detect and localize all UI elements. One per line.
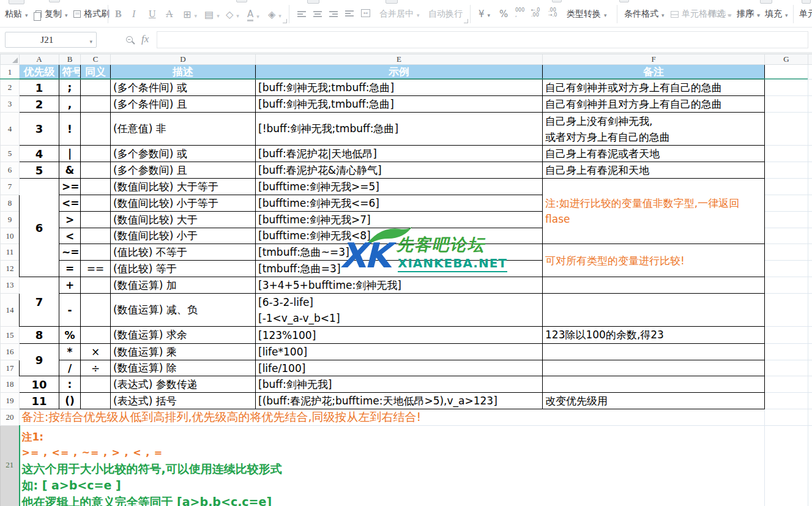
cell-f1[interactable]: 备注: [543, 65, 765, 80]
cell-a5[interactable]: 4: [20, 146, 59, 162]
cell-c12[interactable]: ==: [81, 261, 111, 277]
formula-input[interactable]: [157, 31, 808, 48]
cell-e16[interactable]: [life*100]: [256, 344, 543, 360]
cell-a2[interactable]: 1: [20, 80, 59, 96]
cell-e14[interactable]: [6-3-2-life] [-1<v_a-v_b<1]: [256, 294, 543, 327]
cell-f5[interactable]: 自己身上有春泥或者天地: [543, 146, 765, 162]
cell-f19[interactable]: 改变优先级用: [543, 393, 765, 409]
cell-g12[interactable]: [765, 261, 808, 277]
cell-a18[interactable]: 10: [20, 376, 59, 393]
cell-g13[interactable]: [765, 277, 808, 294]
cell-a4[interactable]: 3: [20, 113, 59, 146]
row-header[interactable]: 14: [1, 294, 20, 327]
cell-e1[interactable]: 示例: [256, 65, 543, 80]
cell-d13[interactable]: (数值运算) 加: [111, 277, 256, 294]
cell-c19[interactable]: [81, 393, 111, 409]
cell-d9[interactable]: (数值间比较) 大于: [111, 212, 256, 228]
cell-e5[interactable]: [buff:春泥护花|天地低昂]: [256, 146, 543, 162]
conditional-format-button[interactable]: 条件格式: [624, 9, 665, 20]
cell-d17[interactable]: (数值运算) 除: [111, 360, 256, 376]
row-header[interactable]: 9: [1, 212, 20, 228]
cell-b16[interactable]: *: [59, 344, 81, 360]
cell-g18[interactable]: [765, 376, 808, 393]
row-header[interactable]: 13: [1, 277, 20, 294]
cell-f13[interactable]: [543, 277, 765, 294]
column-header-b[interactable]: B: [59, 54, 81, 65]
cell-g14[interactable]: [765, 294, 808, 327]
thousands-format-button[interactable]: 000,: [515, 8, 524, 18]
cell-a6[interactable]: 5: [20, 162, 59, 179]
row-header[interactable]: 4: [1, 113, 20, 146]
cell-b1[interactable]: 符号: [59, 65, 81, 80]
cell-d10[interactable]: (数值间比较) 小于: [111, 228, 256, 244]
cell-d5[interactable]: (多个参数间) 或: [111, 146, 256, 162]
cell-e19[interactable]: [(buff:春泥护花;bufftime:天地低昂>5),v_a>123]: [256, 393, 543, 409]
cell-a21-note-block[interactable]: 注1: >= , <= , ~= , > , < , = 这六个用于大小比较的符…: [20, 426, 765, 506]
copy-button[interactable]: 复制: [35, 9, 68, 20]
cell-d16[interactable]: (数值运算) 乘: [111, 344, 256, 360]
cell-d15[interactable]: (数值运算) 求余: [111, 327, 256, 344]
cell-g16[interactable]: [765, 344, 808, 360]
cell-c10[interactable]: [81, 228, 111, 244]
cell-g5[interactable]: [765, 146, 808, 162]
cell-c7[interactable]: [81, 179, 111, 195]
cell-f7-merged[interactable]: 注:如进行比较的变量值非数字型,一律返回flase: [543, 179, 765, 244]
cell-b4[interactable]: !: [59, 113, 81, 146]
row-header[interactable]: 18: [1, 376, 20, 393]
fill-button[interactable]: 填充: [765, 9, 788, 20]
cell-f17[interactable]: [543, 360, 765, 376]
cell-d18[interactable]: (表达式) 参数传递: [111, 376, 256, 393]
cell-b5[interactable]: |: [59, 146, 81, 162]
cell-e7[interactable]: [bufftime:剑神无我>=5]: [256, 179, 543, 195]
cell-c2[interactable]: [81, 80, 111, 96]
cell-f15[interactable]: 123除以100的余数,得23: [543, 327, 765, 344]
cell-g10[interactable]: [765, 228, 808, 244]
name-box[interactable]: J21: [5, 32, 97, 48]
cell-a7-merged[interactable]: 6: [20, 179, 59, 277]
decrease-decimal-button[interactable]: .00→.0: [548, 8, 557, 18]
cell-b18[interactable]: :: [59, 376, 81, 393]
paste-button[interactable]: 粘贴: [5, 9, 28, 20]
format-painter-button[interactable]: 格式刷: [73, 9, 110, 20]
cell-c11[interactable]: [81, 244, 111, 261]
row-header[interactable]: 3: [1, 96, 20, 113]
cell-e9[interactable]: [bufftime:剑神无我>7]: [256, 212, 543, 228]
row-header[interactable]: 16: [1, 344, 20, 360]
row-header[interactable]: 19: [1, 393, 20, 409]
cell-g17[interactable]: [765, 360, 808, 376]
cell-f11-merged[interactable]: 可对所有类型的变量进行比较!: [543, 244, 765, 277]
type-convert-button[interactable]: 类型转换: [567, 9, 607, 20]
row-header[interactable]: 5: [1, 146, 20, 162]
cell-c4[interactable]: [81, 113, 111, 146]
cell-d8[interactable]: (数值间比较) 小于等于: [111, 195, 256, 212]
cell-b13[interactable]: +: [59, 277, 81, 294]
percent-format-button[interactable]: %: [499, 9, 508, 20]
cell-c15[interactable]: [81, 327, 111, 344]
cell-c6[interactable]: [81, 162, 111, 179]
row-header[interactable]: 6: [1, 162, 20, 179]
cell-c5[interactable]: [81, 146, 111, 162]
cell-f18[interactable]: [543, 376, 765, 393]
cell-d14[interactable]: (数值运算) 减、负: [111, 294, 256, 327]
cell-e10[interactable]: [bufftime:剑神无我<8]: [256, 228, 543, 244]
row-header[interactable]: 11: [1, 244, 20, 261]
cell-e6[interactable]: [buff:春泥护花&清心静气]: [256, 162, 543, 179]
cell-a3[interactable]: 2: [20, 96, 59, 113]
cell-f14[interactable]: [543, 294, 765, 327]
cell-f2[interactable]: 自己有剑神并或对方身上有自己的急曲: [543, 80, 765, 96]
cell-b6[interactable]: &: [59, 162, 81, 179]
cell-c14[interactable]: [81, 294, 111, 327]
cell-c1[interactable]: 同义: [81, 65, 111, 80]
cell-c13[interactable]: [81, 277, 111, 294]
cell-a15[interactable]: 8: [20, 327, 59, 344]
cell-d7[interactable]: (数值间比较) 大于等于: [111, 179, 256, 195]
cell-b14[interactable]: -: [59, 294, 81, 327]
cell-e11[interactable]: [tmbuff:急曲~=3]: [256, 244, 543, 261]
cell-g15[interactable]: [765, 327, 808, 344]
cell-b12[interactable]: =: [59, 261, 81, 277]
fx-icon[interactable]: fx: [141, 33, 149, 45]
column-header-g[interactable]: G: [765, 54, 808, 65]
cell-g7[interactable]: [765, 179, 808, 195]
cell-d19[interactable]: (表达式) 括号: [111, 393, 256, 409]
column-header-f[interactable]: F: [543, 54, 765, 65]
